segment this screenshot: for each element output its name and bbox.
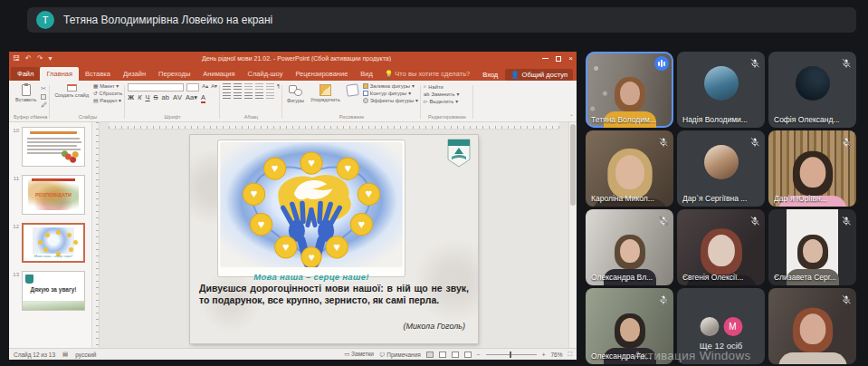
notes-icon[interactable]: ▤ [62,351,68,358]
shapes-button[interactable]: Фигуры [285,83,306,104]
save-icon[interactable]: 🖫 [13,54,20,63]
justify-icon[interactable] [255,92,263,99]
italic-button[interactable]: К [138,93,141,101]
tab-animations[interactable]: Анимация [196,67,241,81]
qat-dropdown-icon[interactable]: ▾ [48,54,52,63]
slide-editing-area[interactable]: ♥ ♥ ♥ ♥ ♥ ♥ ♥ ♥ ♥ ♥ [100,130,568,348]
tab-view[interactable]: Вид [354,67,379,81]
participant-tile[interactable]: Олександра Вл... [586,209,673,285]
window-controls[interactable]: × [526,54,573,63]
new-slide-button[interactable]: Создать слайд [52,83,91,99]
close-icon[interactable]: × [568,54,573,63]
find-button[interactable]: ⌕ Найти [424,83,471,90]
shrink-font-icon[interactable]: А▾ [211,83,217,89]
fit-to-window-icon[interactable]: ⛶ [568,351,572,358]
grow-font-icon[interactable]: А▴ [202,83,208,89]
slide-scrollbar[interactable] [568,122,577,348]
maximize-icon[interactable] [556,56,561,62]
slide-sorter-view-icon[interactable] [439,352,446,358]
tellme-box[interactable]: 💡 Что вы хотите сделать? [379,67,475,81]
participant-tile[interactable]: Кароліна Микол... [586,130,673,207]
undo-icon[interactable]: ↶ [25,54,32,63]
participant-tile[interactable]: Євгенія Олексії... [677,209,765,285]
slide-counter: Слайд 12 из 13 [14,352,55,358]
shape-outline-button[interactable]: Контур фигуры ▾ [363,91,418,96]
slide-thumbnail-11[interactable]: РОЗПОВІДАТИ [22,175,85,215]
bold-button[interactable]: Ж [128,93,134,101]
audio-speaking-icon [654,56,669,71]
notes-toggle[interactable]: ▭ Заметки [344,351,374,358]
participant-tile[interactable]: Дар`я Сергіївна ... [677,130,765,207]
bullets-icon[interactable] [223,83,231,90]
cut-icon[interactable]: ✂ [41,85,47,92]
minimize-icon[interactable] [542,58,548,59]
comments-toggle[interactable]: 🗩 Примечания [379,352,421,358]
change-case-button[interactable]: Аа▾ [186,93,197,101]
indent-increase-icon[interactable] [255,83,263,90]
zoom-slider[interactable] [486,354,537,355]
participant-tile[interactable]: Дар`я Юріївн... [768,130,856,207]
line-spacing-icon[interactable] [266,83,274,90]
font-name-select[interactable] [128,83,184,92]
replace-button[interactable]: ab Заменить ▾ [424,92,471,97]
tab-review[interactable]: Рецензирование [289,67,354,81]
collapse-ribbon-icon[interactable]: ⌃ [569,113,574,120]
font-color-button[interactable]: А [201,93,205,103]
share-button[interactable]: 👤Общий доступ [505,69,573,81]
redo-icon[interactable]: ↷ [37,54,43,63]
slide-thumbnail-panel[interactable]: 10 11 РОЗПОВІДАТИ [9,122,92,348]
participant-tile[interactable] [768,288,856,364]
align-right-icon[interactable] [244,92,253,99]
slide-thumbnail-10[interactable] [22,127,85,167]
reset-button[interactable]: ↺ Сбросить [93,91,122,96]
tab-file[interactable]: Файл [11,67,40,81]
format-painter-icon[interactable]: 🖉 [41,101,47,108]
text-shadow-button[interactable]: ab [162,93,169,101]
normal-view-icon[interactable] [426,352,434,358]
shape-effects-button[interactable]: Эффекты фигуры ▾ [363,98,418,103]
participant-tile[interactable]: Тетяна Володим... [586,52,673,128]
slide-thumbnail-13[interactable]: Дякую за увагу! [22,271,85,311]
quick-access-toolbar[interactable]: 🖫 ↶ ↷ ▾ [13,54,67,63]
zoom-out-icon[interactable]: − [477,352,481,358]
reading-view-icon[interactable] [452,352,459,358]
paste-button[interactable]: Вставить [14,83,38,103]
indent-decrease-icon[interactable] [244,83,253,90]
arrange-button[interactable]: Упорядочить [309,83,342,103]
select-button[interactable]: ▻ Выделить ▾ [424,99,471,104]
zoom-level[interactable]: 76% [550,352,562,358]
mic-muted-icon [658,135,669,146]
current-slide[interactable]: ♥ ♥ ♥ ♥ ♥ ♥ ♥ ♥ ♥ ♥ [190,135,478,343]
language-indicator[interactable]: русский [75,352,96,358]
slideshow-view-icon[interactable] [464,352,472,358]
copy-icon[interactable] [41,94,46,100]
align-center-icon[interactable] [234,92,242,99]
text-direction-icon[interactable]: ¶ [277,83,280,89]
font-size-select[interactable] [186,83,199,92]
tab-design[interactable]: Дизайн [117,67,152,81]
svg-text:♥: ♥ [282,239,290,253]
tab-insert[interactable]: Вставка [79,67,117,81]
slide-number: 11 [11,175,19,181]
avatar [796,66,830,101]
tab-home[interactable]: Главная [40,67,79,81]
underline-button[interactable]: Ч [146,93,150,101]
participant-tile[interactable]: Єлизавета Серг... [768,209,856,285]
layout-button[interactable]: ▦ Макет ▾ [93,83,122,89]
numbering-icon[interactable] [234,83,242,90]
shape-fill-button[interactable]: Заливка фигуры ▾ [363,83,418,89]
tab-slideshow[interactable]: Слайд-шоу [242,67,290,81]
slide-thumbnail-12-selected[interactable]: Мова наша – серце наше! [22,223,85,263]
char-spacing-button[interactable]: АV [173,93,182,101]
align-left-icon[interactable] [223,92,231,99]
signin-button[interactable]: Вход [482,71,498,79]
tab-transitions[interactable]: Переходы [152,67,196,81]
columns-icon[interactable] [266,92,274,99]
strikethrough-button[interactable]: S [154,93,158,101]
participant-tile[interactable]: Надія Володими... [677,52,765,128]
quick-styles-button[interactable] [345,83,360,97]
overflow-avatars: M [700,317,742,336]
section-button[interactable]: ▤ Раздел ▾ [93,98,122,103]
zoom-in-icon[interactable]: + [542,352,546,358]
participant-tile[interactable]: Софія Олександ... [768,52,856,128]
